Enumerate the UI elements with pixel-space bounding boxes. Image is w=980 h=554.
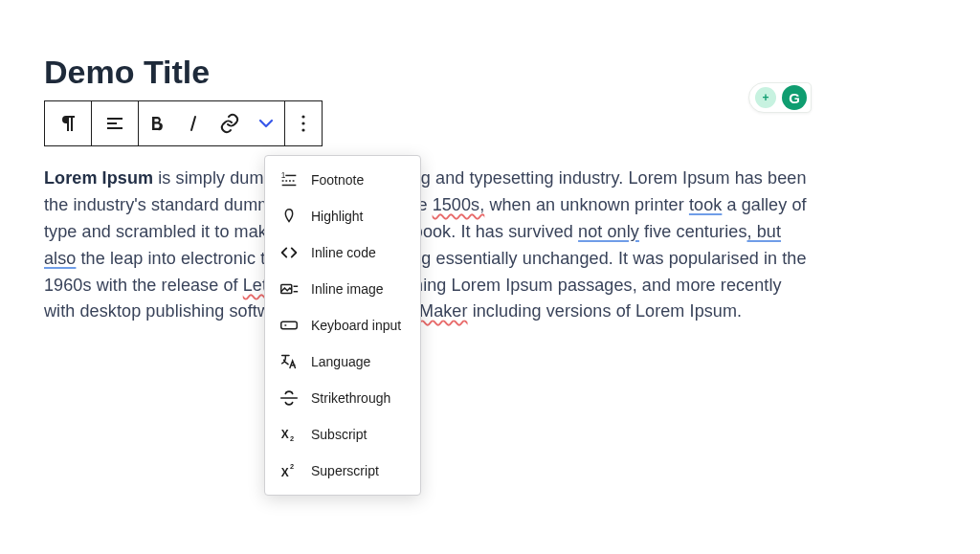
dropdown-item-highlight[interactable]: Highlight [265,198,420,234]
dropdown-item-label: Inline image [311,281,384,297]
svg-text:1: 1 [281,171,286,180]
superscript-icon: X2 [278,460,300,481]
keyboard-input-icon [278,315,300,336]
dropdown-item-label: Superscript [311,463,379,478]
dropdown-item-label: Keyboard input [311,318,401,333]
subscript-icon: X2 [278,424,300,445]
paragraph-icon [56,112,79,135]
svg-text:2: 2 [290,434,294,443]
language-icon [278,351,300,372]
link-icon [218,112,241,135]
bold-button[interactable] [139,101,175,145]
align-button[interactable] [92,101,138,145]
strikethrough-icon [278,388,300,409]
grammar-blue: not only [578,222,639,241]
dropdown-item-language[interactable]: Language [265,343,420,380]
svg-point-4 [301,115,304,118]
highlight-icon [278,206,300,227]
dropdown-item-label: Strikethrough [311,390,390,406]
svg-rect-14 [281,321,298,328]
options-button[interactable] [285,101,322,145]
grammarly-g-icon: G [782,85,807,110]
link-button[interactable] [212,101,248,145]
dropdown-item-footnote[interactable]: 1 Footnote [265,162,420,198]
dropdown-item-label: Footnote [311,172,364,188]
block-toolbar [44,100,323,146]
dropdown-item-label: Subscript [311,427,367,442]
svg-text:2: 2 [290,462,294,471]
dropdown-item-inline-image[interactable]: Inline image [265,271,420,307]
grammar-blue: took [689,195,722,214]
bold-text: Lorem Ipsum [44,168,153,188]
more-rich-text-button[interactable] [248,101,284,145]
inline-code-icon [278,242,300,263]
footnote-icon: 1 [278,169,300,190]
svg-line-3 [191,117,195,130]
italic-icon [182,112,205,135]
more-rich-text-dropdown: 1 Footnote Highlight Inline code Inline … [264,155,421,496]
dropdown-item-subscript[interactable]: X2 Subscript [265,416,420,453]
dropdown-item-keyboard-input[interactable]: Keyboard input [265,307,420,343]
bold-icon [145,112,168,135]
dropdown-item-superscript[interactable]: X2 Superscript [265,453,420,489]
more-vertical-icon [292,112,315,135]
align-left-icon [103,112,126,135]
dropdown-item-label: Inline code [311,245,376,260]
svg-text:X: X [281,428,289,441]
dropdown-item-inline-code[interactable]: Inline code [265,234,420,271]
dropdown-item-label: Highlight [311,209,363,224]
svg-point-5 [301,122,304,124]
svg-point-6 [301,128,304,131]
spellcheck-red: 1500s, [433,195,485,214]
paragraph-block[interactable]: Lorem Ipsum is simply dummy text of the … [44,166,810,325]
dropdown-item-label: Language [311,354,370,369]
grammarly-badge[interactable]: + G [748,82,812,113]
chevron-down-icon [255,112,278,135]
dropdown-item-strikethrough[interactable]: Strikethrough [265,380,420,416]
plus-icon: + [755,87,776,108]
italic-button[interactable] [175,101,212,145]
svg-text:X: X [281,466,289,479]
paragraph-block-button[interactable] [45,101,91,145]
inline-image-icon [278,278,300,299]
